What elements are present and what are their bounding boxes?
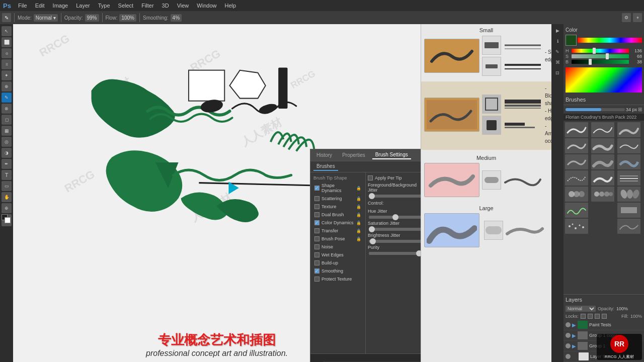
sat-jitter-slider[interactable] xyxy=(369,228,421,231)
medium-brush-thumb[interactable] xyxy=(424,163,479,197)
lock-artboards[interactable] xyxy=(602,314,607,319)
brush-item-lines2[interactable] xyxy=(617,170,640,186)
protect-texture-item[interactable]: Protect Texture xyxy=(312,275,363,283)
brush-item-leaves[interactable] xyxy=(617,187,640,202)
properties-tab[interactable]: Properties xyxy=(339,151,368,159)
scattering-item[interactable]: Scattering 🔒 xyxy=(312,195,363,203)
block-sm-1[interactable] xyxy=(482,95,501,114)
smoothing-item[interactable]: ✓ Smoothing xyxy=(312,267,363,275)
healing-tool[interactable]: ⊕ xyxy=(2,81,12,92)
panel-toggle-5[interactable]: ⊟ xyxy=(553,68,562,77)
bright-jitter-slider[interactable] xyxy=(369,240,421,243)
mode-dropdown[interactable]: Normal ▾ xyxy=(34,14,58,22)
shape-tool[interactable]: ▭ xyxy=(2,181,12,191)
fg-bg-colors[interactable] xyxy=(2,214,12,226)
brush-item-grain[interactable] xyxy=(565,170,588,186)
brush-item-hard-elliptical[interactable] xyxy=(591,122,614,137)
color-spectrum[interactable] xyxy=(578,38,642,43)
select-tool[interactable]: ⬜ xyxy=(2,37,12,47)
lock-pixels[interactable] xyxy=(588,314,593,319)
brush-resize-icon[interactable]: ⊞ xyxy=(638,107,642,112)
brush-item-square[interactable] xyxy=(617,203,640,218)
brush-item-smoothie[interactable] xyxy=(591,138,614,153)
menu-image[interactable]: Image xyxy=(49,3,72,9)
panel-toggle-1[interactable]: ▶ xyxy=(553,26,562,35)
brush-settings-icon[interactable]: ⚙ xyxy=(622,13,631,22)
lock-position[interactable] xyxy=(595,314,600,319)
zoom-tool[interactable]: ⊕ xyxy=(2,203,12,213)
blur-tool[interactable]: ◎ xyxy=(2,137,12,147)
brush-item-circles[interactable] xyxy=(565,187,588,202)
noise-item[interactable]: Noise xyxy=(312,243,363,251)
small-brush-sm-1[interactable] xyxy=(482,36,501,55)
blocking-thumb[interactable] xyxy=(424,98,479,132)
panel-toggle-2[interactable]: ℹ xyxy=(553,37,562,46)
brush-item-hard-chalk[interactable] xyxy=(617,122,640,137)
texture-item[interactable]: Texture 🔒 xyxy=(312,203,363,211)
brush-item-toothbrush[interactable] xyxy=(617,219,640,234)
hue-jitter-slider[interactable] xyxy=(369,216,421,219)
s-slider[interactable] xyxy=(572,54,629,58)
brush-tool-icon[interactable]: ✎ xyxy=(2,13,11,22)
eyedropper-tool[interactable]: ✦ xyxy=(2,70,12,80)
menu-type[interactable]: Type xyxy=(94,3,114,9)
large-brush-thumb[interactable] xyxy=(424,213,479,247)
layer-eye-layer9[interactable] xyxy=(566,354,571,359)
transfer-item[interactable]: Transfer 🔒 xyxy=(312,227,363,235)
lasso-tool[interactable]: ⌾ xyxy=(2,48,12,58)
brush-item-coins[interactable] xyxy=(591,187,614,202)
fg-color-swatch[interactable] xyxy=(566,35,577,46)
menu-layer[interactable]: Layer xyxy=(72,3,94,9)
menu-window[interactable]: Window xyxy=(193,3,220,9)
layer-eye-group1-copy[interactable] xyxy=(566,333,571,338)
layer-eye-group1[interactable] xyxy=(566,343,571,348)
smoothing-input[interactable]: 4% xyxy=(171,14,182,22)
text-tool[interactable]: T xyxy=(2,170,12,180)
purity-slider[interactable] xyxy=(369,252,421,255)
dual-brush-item[interactable]: Dual Brush 🔒 xyxy=(312,211,363,219)
brush-item-ivy[interactable] xyxy=(565,203,588,218)
symmetry-icon[interactable]: ⌖ xyxy=(633,13,642,22)
build-up-item[interactable]: Build-up xyxy=(312,259,363,267)
menu-edit[interactable]: Edit xyxy=(31,3,49,9)
brush-item-spatter[interactable] xyxy=(565,219,588,234)
layer-eye-paint-tests[interactable] xyxy=(566,322,571,327)
shape-dynamics-item[interactable]: ✓ Shape Dynamics 🔒 xyxy=(312,182,363,195)
menu-file[interactable]: File xyxy=(14,3,31,9)
h-slider[interactable] xyxy=(572,49,629,53)
move-tool[interactable]: ↖ xyxy=(2,26,12,36)
menu-select[interactable]: Select xyxy=(114,3,138,9)
brush-item-lines[interactable] xyxy=(565,122,588,137)
flow-input[interactable]: 100% xyxy=(119,14,136,22)
menu-filter[interactable]: Filter xyxy=(137,3,157,9)
menu-3d[interactable]: 3D xyxy=(158,3,173,9)
menu-help[interactable]: Help xyxy=(220,3,240,9)
layer-row-paint-tests[interactable]: ▶ Paint Tests xyxy=(564,320,644,330)
b-slider[interactable] xyxy=(572,60,629,64)
blend-mode-select[interactable]: Normal xyxy=(566,306,596,312)
brush-size-slider[interactable] xyxy=(566,108,625,111)
pen-tool[interactable]: ✒ xyxy=(2,159,12,169)
brush-pose-item[interactable]: Brush Pose 🔒 xyxy=(312,235,363,243)
panel-toggle-3[interactable]: ✎ xyxy=(553,47,562,56)
brush-settings-tab[interactable]: Brush Settings xyxy=(372,151,411,159)
history-tab[interactable]: History xyxy=(313,151,335,159)
apply-per-tip-checkbox[interactable] xyxy=(368,175,373,180)
brush-item-tri-lighter[interactable] xyxy=(565,138,588,153)
brushes-subtab[interactable]: Brushes xyxy=(313,162,338,171)
hand-tool[interactable]: ✋ xyxy=(2,192,12,202)
menu-view[interactable]: View xyxy=(173,3,193,9)
med-sm-1[interactable] xyxy=(482,170,501,190)
lock-transparent[interactable] xyxy=(581,314,586,319)
brush-item-soft-noise[interactable] xyxy=(565,154,588,169)
dodge-tool[interactable]: ◑ xyxy=(2,148,12,158)
fg-bg-slider[interactable] xyxy=(369,195,421,198)
small-brush-sm-2[interactable] xyxy=(482,57,501,76)
wet-edges-item[interactable]: Wet Edges xyxy=(312,251,363,259)
eraser-tool[interactable]: ◻ xyxy=(2,115,12,125)
brush-tool[interactable]: ✎ xyxy=(2,93,12,103)
block-sm-2[interactable] xyxy=(482,116,501,135)
crop-tool[interactable]: ⌗ xyxy=(2,59,12,69)
small-brush-thumb-1[interactable] xyxy=(424,39,479,73)
brush-item-soft-smooth[interactable] xyxy=(591,154,614,169)
